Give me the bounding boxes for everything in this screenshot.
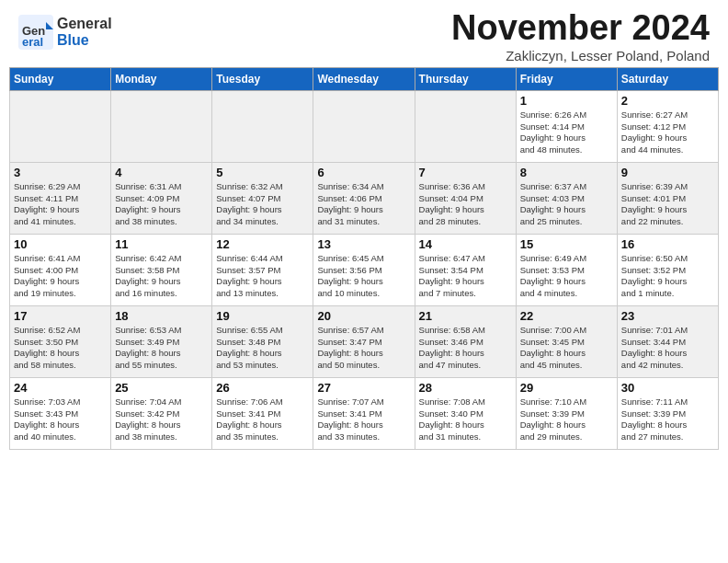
day-detail: Sunrise: 6:27 AM Sunset: 4:12 PM Dayligh… <box>621 109 714 156</box>
calendar-cell: 9Sunrise: 6:39 AM Sunset: 4:01 PM Daylig… <box>617 162 718 234</box>
calendar-cell: 27Sunrise: 7:07 AM Sunset: 3:41 PM Dayli… <box>313 377 415 449</box>
day-detail: Sunrise: 6:44 AM Sunset: 3:57 PM Dayligh… <box>216 253 309 300</box>
calendar-cell: 26Sunrise: 7:06 AM Sunset: 3:41 PM Dayli… <box>212 377 313 449</box>
calendar-cell <box>415 90 516 162</box>
logo-general: General <box>57 16 112 32</box>
calendar-header-row: Sunday Monday Tuesday Wednesday Thursday… <box>10 67 719 90</box>
day-number: 7 <box>419 166 512 179</box>
calendar-cell: 3Sunrise: 6:29 AM Sunset: 4:11 PM Daylig… <box>10 162 111 234</box>
calendar-cell <box>111 90 212 162</box>
day-detail: Sunrise: 6:47 AM Sunset: 3:54 PM Dayligh… <box>419 253 512 300</box>
day-number: 24 <box>14 381 107 395</box>
calendar-cell: 11Sunrise: 6:42 AM Sunset: 3:58 PM Dayli… <box>111 234 212 305</box>
day-number: 4 <box>115 166 208 179</box>
col-saturday: Saturday <box>617 67 718 90</box>
day-number: 15 <box>520 237 613 251</box>
calendar-cell: 25Sunrise: 7:04 AM Sunset: 3:42 PM Dayli… <box>111 377 212 449</box>
calendar-cell: 4Sunrise: 6:31 AM Sunset: 4:09 PM Daylig… <box>111 162 212 234</box>
day-number: 1 <box>520 94 613 108</box>
day-detail: Sunrise: 6:34 AM Sunset: 4:06 PM Dayligh… <box>317 181 410 228</box>
calendar-cell <box>313 90 415 162</box>
logo: Gen eral General Blue <box>18 15 112 50</box>
calendar-cell: 24Sunrise: 7:03 AM Sunset: 3:43 PM Dayli… <box>10 377 111 449</box>
day-detail: Sunrise: 6:36 AM Sunset: 4:04 PM Dayligh… <box>419 181 512 228</box>
day-number: 6 <box>317 166 410 179</box>
calendar-cell: 19Sunrise: 6:55 AM Sunset: 3:48 PM Dayli… <box>212 305 313 377</box>
day-detail: Sunrise: 6:58 AM Sunset: 3:46 PM Dayligh… <box>419 325 512 372</box>
col-wednesday: Wednesday <box>313 67 415 90</box>
day-detail: Sunrise: 6:26 AM Sunset: 4:14 PM Dayligh… <box>520 109 613 156</box>
day-detail: Sunrise: 6:57 AM Sunset: 3:47 PM Dayligh… <box>317 325 410 372</box>
calendar-cell: 21Sunrise: 6:58 AM Sunset: 3:46 PM Dayli… <box>415 305 516 377</box>
calendar-cell: 17Sunrise: 6:52 AM Sunset: 3:50 PM Dayli… <box>10 305 111 377</box>
day-number: 28 <box>419 381 512 395</box>
day-detail: Sunrise: 6:53 AM Sunset: 3:49 PM Dayligh… <box>115 325 208 372</box>
calendar-cell: 22Sunrise: 7:00 AM Sunset: 3:45 PM Dayli… <box>516 305 617 377</box>
col-friday: Friday <box>516 67 617 90</box>
svg-text:eral: eral <box>22 35 43 49</box>
calendar-cell: 16Sunrise: 6:50 AM Sunset: 3:52 PM Dayli… <box>617 234 718 305</box>
calendar-cell: 13Sunrise: 6:45 AM Sunset: 3:56 PM Dayli… <box>313 234 415 305</box>
day-detail: Sunrise: 6:45 AM Sunset: 3:56 PM Dayligh… <box>317 253 410 300</box>
calendar-cell: 10Sunrise: 6:41 AM Sunset: 4:00 PM Dayli… <box>10 234 111 305</box>
calendar-cell: 14Sunrise: 6:47 AM Sunset: 3:54 PM Dayli… <box>415 234 516 305</box>
day-number: 29 <box>520 381 613 395</box>
col-sunday: Sunday <box>10 67 111 90</box>
calendar-week-3: 10Sunrise: 6:41 AM Sunset: 4:00 PM Dayli… <box>10 234 719 305</box>
day-detail: Sunrise: 7:00 AM Sunset: 3:45 PM Dayligh… <box>520 325 613 372</box>
day-number: 11 <box>115 237 208 251</box>
calendar-cell <box>212 90 313 162</box>
calendar-cell: 18Sunrise: 6:53 AM Sunset: 3:49 PM Dayli… <box>111 305 212 377</box>
calendar-cell <box>10 90 111 162</box>
calendar-cell: 28Sunrise: 7:08 AM Sunset: 3:40 PM Dayli… <box>415 377 516 449</box>
logo-blue: Blue <box>57 32 112 49</box>
calendar-cell: 20Sunrise: 6:57 AM Sunset: 3:47 PM Dayli… <box>313 305 415 377</box>
day-detail: Sunrise: 6:50 AM Sunset: 3:52 PM Dayligh… <box>621 253 714 300</box>
day-detail: Sunrise: 6:41 AM Sunset: 4:00 PM Dayligh… <box>14 253 107 300</box>
calendar-cell: 7Sunrise: 6:36 AM Sunset: 4:04 PM Daylig… <box>415 162 516 234</box>
calendar-cell: 5Sunrise: 6:32 AM Sunset: 4:07 PM Daylig… <box>212 162 313 234</box>
calendar-cell: 12Sunrise: 6:44 AM Sunset: 3:57 PM Dayli… <box>212 234 313 305</box>
day-number: 30 <box>621 381 714 395</box>
day-detail: Sunrise: 6:37 AM Sunset: 4:03 PM Dayligh… <box>520 181 613 228</box>
day-number: 8 <box>520 166 613 179</box>
day-number: 14 <box>419 237 512 251</box>
calendar-cell: 30Sunrise: 7:11 AM Sunset: 3:39 PM Dayli… <box>617 377 718 449</box>
day-number: 12 <box>216 237 309 251</box>
col-monday: Monday <box>111 67 212 90</box>
calendar-week-2: 3Sunrise: 6:29 AM Sunset: 4:11 PM Daylig… <box>10 162 719 234</box>
calendar-cell: 15Sunrise: 6:49 AM Sunset: 3:53 PM Dayli… <box>516 234 617 305</box>
day-detail: Sunrise: 7:01 AM Sunset: 3:44 PM Dayligh… <box>621 325 714 372</box>
header: Gen eral General Blue November 2024 Zakl… <box>0 0 728 67</box>
day-detail: Sunrise: 7:11 AM Sunset: 3:39 PM Dayligh… <box>621 396 714 443</box>
day-number: 3 <box>14 166 107 179</box>
calendar-cell: 23Sunrise: 7:01 AM Sunset: 3:44 PM Dayli… <box>617 305 718 377</box>
day-detail: Sunrise: 6:55 AM Sunset: 3:48 PM Dayligh… <box>216 325 309 372</box>
day-number: 27 <box>317 381 410 395</box>
day-detail: Sunrise: 7:08 AM Sunset: 3:40 PM Dayligh… <box>419 396 512 443</box>
calendar-cell: 2Sunrise: 6:27 AM Sunset: 4:12 PM Daylig… <box>617 90 718 162</box>
day-number: 23 <box>621 309 714 323</box>
calendar-week-1: 1Sunrise: 6:26 AM Sunset: 4:14 PM Daylig… <box>10 90 719 162</box>
day-number: 18 <box>115 309 208 323</box>
calendar-cell: 1Sunrise: 6:26 AM Sunset: 4:14 PM Daylig… <box>516 90 617 162</box>
day-number: 16 <box>621 237 714 251</box>
day-number: 20 <box>317 309 410 323</box>
day-number: 5 <box>216 166 309 179</box>
logo-icon: Gen eral <box>18 15 53 50</box>
day-number: 17 <box>14 309 107 323</box>
calendar-table: Sunday Monday Tuesday Wednesday Thursday… <box>9 67 719 450</box>
day-detail: Sunrise: 7:07 AM Sunset: 3:41 PM Dayligh… <box>317 396 410 443</box>
day-detail: Sunrise: 7:04 AM Sunset: 3:42 PM Dayligh… <box>115 396 208 443</box>
day-detail: Sunrise: 6:31 AM Sunset: 4:09 PM Dayligh… <box>115 181 208 228</box>
day-detail: Sunrise: 7:06 AM Sunset: 3:41 PM Dayligh… <box>216 396 309 443</box>
day-detail: Sunrise: 6:52 AM Sunset: 3:50 PM Dayligh… <box>14 325 107 372</box>
month-title: November 2024 <box>451 9 710 48</box>
calendar-week-4: 17Sunrise: 6:52 AM Sunset: 3:50 PM Dayli… <box>10 305 719 377</box>
day-detail: Sunrise: 6:42 AM Sunset: 3:58 PM Dayligh… <box>115 253 208 300</box>
day-number: 2 <box>621 94 714 108</box>
day-detail: Sunrise: 7:03 AM Sunset: 3:43 PM Dayligh… <box>14 396 107 443</box>
col-thursday: Thursday <box>415 67 516 90</box>
calendar-cell: 8Sunrise: 6:37 AM Sunset: 4:03 PM Daylig… <box>516 162 617 234</box>
day-detail: Sunrise: 6:32 AM Sunset: 4:07 PM Dayligh… <box>216 181 309 228</box>
